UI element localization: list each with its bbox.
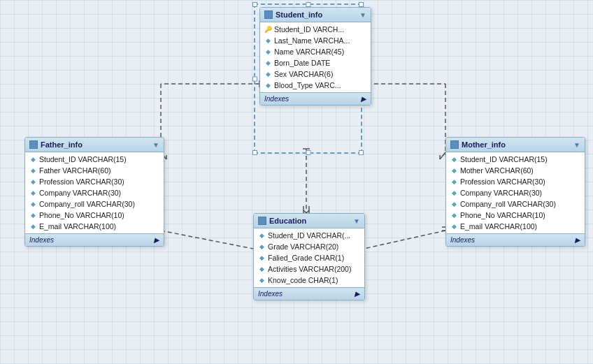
table-mother-info-header: Mother_info ▼ (446, 138, 585, 152)
field-row: ◆ Company_roll VARCHAR(30) (25, 198, 164, 210)
field-row: ◆ Phone_No VARCHAR(10) (25, 210, 164, 221)
footer-label: Indexes (264, 95, 289, 103)
footer-label: Indexes (450, 236, 475, 244)
table-student-info-fields: 🔑 Student_ID VARCH... ◆ Last_Name VARCHA… (260, 22, 371, 92)
footer-arrow: ▶ (355, 290, 360, 298)
table-student-info-footer[interactable]: Indexes ▶ (260, 92, 371, 105)
footer-arrow: ▶ (154, 236, 159, 244)
table-father-info-title: Father_info (41, 140, 83, 149)
field-row: ◆ Activities VARCHAR(200) (254, 263, 364, 275)
field-row: ◆ Company VARCHAR(30) (446, 187, 585, 198)
field-text: Company_roll VARCHAR(30) (39, 200, 135, 208)
field-row: ◆ Father VARCHAR(60) (25, 165, 164, 176)
field-row: ◆ Student_ID VARCHAR(... (254, 230, 364, 241)
diamond-icon: ◆ (29, 167, 36, 174)
diamond-icon: ◆ (29, 156, 36, 163)
table-father-info[interactable]: Father_info ▼ ◆ Student_ID VARCHAR(15) ◆… (24, 137, 164, 247)
table-mother-info-title: Mother_info (462, 140, 506, 149)
diamond-icon: ◆ (450, 156, 457, 163)
field-text: Sex VARCHAR(6) (274, 70, 333, 78)
diamond-icon: ◆ (450, 201, 457, 208)
diamond-icon: ◆ (264, 48, 271, 55)
field-text: Phone_No VARCHAR(10) (460, 211, 545, 219)
field-row: ◆ E_mail VARCHAR(100) (25, 221, 164, 232)
field-row: ◆ Falied_Grade CHAR(1) (254, 252, 364, 263)
field-row: ◆ Student_ID VARCHAR(15) (25, 154, 164, 165)
table-student-info-header: Student_info ▼ (260, 8, 371, 22)
diamond-icon: ◆ (258, 254, 265, 261)
table-student-info-icon (264, 10, 273, 19)
diamond-icon: ◆ (450, 212, 457, 219)
field-text: Falied_Grade CHAR(1) (268, 254, 344, 262)
field-text: Grade VARCHAR(20) (268, 242, 338, 251)
footer-arrow: ▶ (575, 236, 580, 244)
table-father-info-fields: ◆ Student_ID VARCHAR(15) ◆ Father VARCHA… (25, 152, 164, 233)
table-father-info-footer[interactable]: Indexes ▶ (25, 233, 164, 246)
field-text: Student_ID VARCHAR(15) (39, 155, 127, 163)
field-text: Company_roll VARCHAR(30) (460, 200, 556, 208)
diamond-icon: ◆ (264, 59, 271, 66)
field-text: Student_ID VARCH... (274, 25, 344, 34)
field-row: ◆ Mother VARCHAR(60) (446, 165, 585, 176)
svg-line-24 (364, 231, 445, 249)
diamond-icon: ◆ (29, 212, 36, 219)
field-row: ◆ Name VARCHAR(45) (260, 46, 371, 57)
table-education-icon (258, 217, 266, 225)
field-text: Company VARCHAR(30) (39, 189, 121, 197)
field-text: Born_Date DATE (274, 59, 330, 67)
field-text: Mother VARCHAR(60) (460, 166, 534, 175)
footer-label: Indexes (258, 290, 283, 298)
diamond-icon: ◆ (29, 201, 36, 208)
table-mother-info-icon (450, 140, 459, 149)
diamond-icon: ◆ (264, 82, 271, 89)
svg-line-11 (440, 152, 445, 159)
field-text: Student_ID VARCHAR(15) (460, 155, 548, 163)
diamond-icon: ◆ (258, 243, 265, 250)
diamond-icon: ◆ (450, 167, 457, 174)
table-father-info-icon (29, 140, 38, 149)
field-text: E_mail VARCHAR(100) (39, 222, 116, 231)
field-text: Name VARCHAR(45) (274, 48, 344, 56)
diamond-icon: ◆ (29, 189, 36, 196)
field-text: Know_code CHAR(1) (268, 276, 338, 284)
field-row: ◆ Last_Name VARCHA... (260, 35, 371, 46)
table-education-title: Education (269, 217, 306, 225)
field-text: Profession VARCHAR(30) (39, 177, 124, 186)
field-text: Blood_Type VARC... (274, 81, 341, 89)
field-text: Activities VARCHAR(200) (268, 265, 351, 273)
diamond-icon: ◆ (29, 223, 36, 230)
diamond-icon: ◆ (450, 178, 457, 185)
table-education[interactable]: Education ▼ ◆ Student_ID VARCHAR(... ◆ G… (253, 213, 365, 300)
diamond-icon: ◆ (258, 277, 265, 284)
field-text: Student_ID VARCHAR(... (268, 231, 350, 240)
field-row: ◆ Student_ID VARCHAR(15) (446, 154, 585, 165)
footer-arrow: ▶ (361, 95, 366, 103)
field-text: Last_Name VARCHA... (274, 36, 350, 45)
table-mother-info-arrow[interactable]: ▼ (573, 141, 580, 149)
field-text: Father VARCHAR(60) (39, 166, 111, 175)
field-text: Phone_No VARCHAR(10) (39, 211, 124, 219)
footer-label: Indexes (29, 236, 54, 244)
table-education-arrow[interactable]: ▼ (353, 217, 360, 225)
field-row: ◆ E_mail VARCHAR(100) (446, 221, 585, 232)
svg-line-21 (161, 231, 253, 249)
table-education-fields: ◆ Student_ID VARCHAR(... ◆ Grade VARCHAR… (254, 228, 364, 287)
diamond-icon: ◆ (264, 71, 271, 78)
table-father-info-arrow[interactable]: ▼ (152, 141, 159, 149)
field-text: Profession VARCHAR(30) (460, 177, 545, 186)
field-text: E_mail VARCHAR(100) (460, 222, 537, 231)
table-student-info[interactable]: Student_info ▼ 🔑 Student_ID VARCH... ◆ L… (259, 7, 371, 105)
table-mother-info[interactable]: Mother_info ▼ ◆ Student_ID VARCHAR(15) ◆… (445, 137, 585, 247)
diamond-icon: ◆ (258, 265, 265, 272)
field-row: 🔑 Student_ID VARCH... (260, 24, 371, 35)
table-education-header: Education ▼ (254, 214, 364, 228)
table-education-footer[interactable]: Indexes ▶ (254, 287, 364, 300)
field-row: ◆ Born_Date DATE (260, 57, 371, 68)
table-student-info-arrow[interactable]: ▼ (359, 11, 366, 19)
field-row: ◆ Company VARCHAR(30) (25, 187, 164, 198)
table-mother-info-fields: ◆ Student_ID VARCHAR(15) ◆ Mother VARCHA… (446, 152, 585, 233)
diamond-icon: ◆ (450, 223, 457, 230)
key-icon: 🔑 (264, 26, 271, 33)
table-father-info-header: Father_info ▼ (25, 138, 164, 152)
table-mother-info-footer[interactable]: Indexes ▶ (446, 233, 585, 246)
